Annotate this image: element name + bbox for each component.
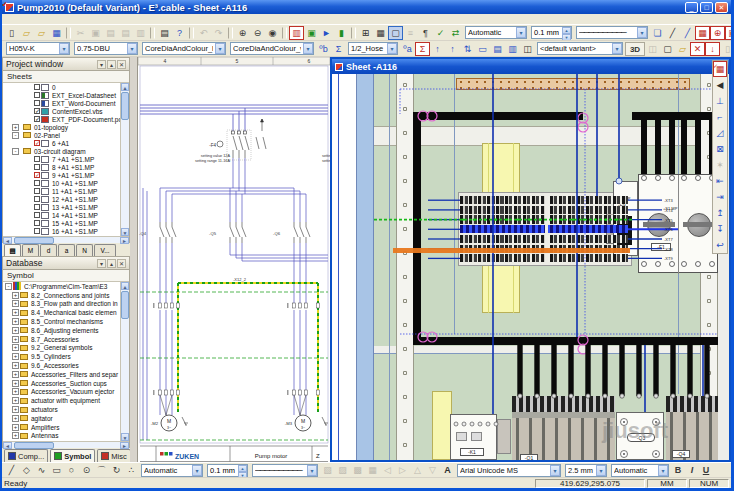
move-up2-icon[interactable]: ↑ bbox=[445, 42, 460, 56]
tree-item[interactable]: - 02-Panel bbox=[3, 131, 120, 139]
save-icon[interactable]: ▦ bbox=[49, 26, 64, 40]
return-icon[interactable]: ↩ bbox=[713, 237, 727, 253]
check-icon[interactable]: ✓ bbox=[433, 26, 448, 40]
scroll-up-icon[interactable]: ▲ bbox=[121, 83, 129, 91]
line-width-stepper[interactable]: 0.1 mm ▲▼ bbox=[531, 26, 572, 39]
scroll-down-icon[interactable]: ▼ bbox=[121, 228, 129, 236]
tree-item[interactable]: + 8.2_Connections and joints bbox=[3, 291, 120, 300]
graphic-line-select[interactable]: ──────────▾ bbox=[252, 464, 318, 477]
flip-left-icon[interactable]: ◁ bbox=[380, 463, 395, 477]
tree-item[interactable]: + Automatic return and non-aut bbox=[3, 440, 120, 441]
tree-item[interactable]: + 01-topology bbox=[3, 123, 120, 131]
sheet-properties-icon[interactable]: ▦ bbox=[373, 26, 388, 40]
core-vert-select[interactable]: CoreDiaAndColour_vert▾ bbox=[230, 42, 314, 55]
move-up-icon[interactable]: ↑ bbox=[430, 42, 445, 56]
checkbox[interactable] bbox=[34, 204, 40, 210]
sheet-window-a116[interactable]: Sheet -A116 bbox=[330, 57, 731, 462]
undo-icon[interactable]: ↶ bbox=[196, 26, 211, 40]
tree-item[interactable]: ContentExcel.vbs bbox=[3, 107, 120, 115]
spin-up-icon[interactable]: ▲ bbox=[562, 27, 571, 34]
find-icon[interactable]: ◉ bbox=[265, 26, 280, 40]
expander-icon[interactable]: + bbox=[12, 344, 19, 351]
chevron-down-icon[interactable]: ▾ bbox=[59, 43, 69, 54]
tree-item[interactable]: + Amplifiers bbox=[3, 423, 120, 432]
tree-item[interactable]: + actuator with equipment bbox=[3, 396, 120, 405]
rotate-tool-icon[interactable]: ↻ bbox=[109, 463, 124, 477]
polygon-tool-icon[interactable]: ◇ bbox=[19, 463, 34, 477]
scroll-thumb[interactable] bbox=[14, 237, 54, 244]
open-icon[interactable]: ▱ bbox=[19, 26, 34, 40]
area-icon[interactable]: ⊠ bbox=[713, 141, 727, 157]
new-icon[interactable]: ▯ bbox=[4, 26, 19, 40]
dots-tool-icon[interactable]: ∴ bbox=[124, 463, 139, 477]
flip-down-icon[interactable]: ▽ bbox=[425, 463, 440, 477]
table2-icon[interactable]: ◫ bbox=[520, 42, 535, 56]
terminal-row[interactable] bbox=[460, 254, 628, 262]
device-tab[interactable]: d bbox=[40, 244, 57, 256]
expander-icon[interactable]: + bbox=[12, 432, 19, 439]
collapse-icon[interactable]: ▴ bbox=[107, 60, 116, 69]
scroll-left-icon[interactable]: ◄ bbox=[3, 237, 12, 244]
chevron-down-icon[interactable]: ▾ bbox=[303, 43, 313, 54]
motor-starter-group[interactable]: +S1.MP -F1 bbox=[638, 174, 718, 273]
corner-icon[interactable]: ⌐ bbox=[713, 109, 727, 125]
expander-icon[interactable]: + bbox=[12, 318, 19, 325]
checkbox[interactable] bbox=[34, 140, 40, 146]
expander-icon[interactable]: + bbox=[12, 292, 19, 299]
expander-icon[interactable]: + bbox=[12, 371, 19, 378]
chevron-down-icon[interactable]: ▾ bbox=[612, 43, 622, 54]
sheet-titlebar[interactable]: Sheet -A116 bbox=[332, 59, 729, 74]
tree-item[interactable]: 7 +A1 +S1.MP bbox=[3, 155, 120, 163]
chevron-down-icon[interactable]: ▾ bbox=[127, 43, 137, 54]
expander-icon[interactable] bbox=[26, 92, 33, 99]
checkbox[interactable] bbox=[34, 116, 40, 122]
tree-item[interactable]: + Accessories_Suction cups bbox=[3, 379, 120, 388]
tree-item[interactable]: + Accessories_Filters and separ bbox=[3, 370, 120, 379]
italic-button[interactable]: I bbox=[685, 463, 699, 477]
project-window-titlebar[interactable]: Project window ▾ ▴ ✕ bbox=[3, 58, 129, 71]
tree-item[interactable]: 9 +A1 +S1.MP bbox=[3, 171, 120, 179]
paste-icon[interactable]: ▤ bbox=[103, 26, 118, 40]
expander-icon[interactable] bbox=[26, 188, 33, 195]
down-icon[interactable]: ↓ bbox=[705, 42, 720, 56]
expander-icon[interactable]: + bbox=[12, 406, 19, 413]
scroll-right-icon[interactable]: ► bbox=[120, 237, 129, 244]
signal-tab[interactable]: a bbox=[58, 244, 75, 256]
colour-legend-icon[interactable]: ▦ bbox=[713, 61, 727, 77]
expander-icon[interactable] bbox=[26, 140, 33, 147]
dim-left-icon[interactable]: ⇤ bbox=[713, 173, 727, 189]
font-select[interactable]: Arial Unicode MS▾ bbox=[457, 464, 561, 477]
select-mode-icon[interactable]: ▢ bbox=[388, 26, 403, 40]
expander-icon[interactable] bbox=[26, 84, 33, 91]
hatch1-icon[interactable]: ▧ bbox=[320, 463, 335, 477]
duct-horizontal[interactable] bbox=[374, 346, 718, 354]
align-icon[interactable]: ⊥ bbox=[713, 93, 727, 109]
line-tool-icon[interactable]: ╱ bbox=[4, 463, 19, 477]
hatch2-icon[interactable]: ▨ bbox=[335, 463, 350, 477]
expander-icon[interactable] bbox=[26, 220, 33, 227]
line-icon[interactable]: ╱ bbox=[665, 26, 680, 40]
expander-icon[interactable] bbox=[26, 164, 33, 171]
cable-duct-bar[interactable] bbox=[413, 120, 421, 337]
sep[interactable] bbox=[150, 27, 155, 39]
tree-item[interactable]: 11 +A1 +S1.MP bbox=[3, 187, 120, 195]
duct-vertical[interactable] bbox=[396, 74, 414, 460]
panel2-icon[interactable]: ▥ bbox=[505, 42, 520, 56]
checkbox[interactable] bbox=[34, 172, 40, 178]
tree-item[interactable]: 12 +A1 +S1.MP bbox=[3, 195, 120, 203]
tree-item[interactable]: + 8.4_Mechanical basic elemen bbox=[3, 308, 120, 317]
cable-duct-bar[interactable] bbox=[413, 337, 718, 345]
copy-icon[interactable]: ▣ bbox=[88, 26, 103, 40]
expander-icon[interactable] bbox=[26, 108, 33, 115]
hose-select[interactable]: 1/2_Hose▾ bbox=[348, 42, 398, 55]
mode-select[interactable]: Automatic▾ bbox=[465, 26, 527, 39]
text-icon[interactable]: A bbox=[440, 463, 455, 477]
expander-icon[interactable] bbox=[26, 180, 33, 187]
curve-tool-icon[interactable]: ∿ bbox=[34, 463, 49, 477]
sheets-tab[interactable]: ▤ bbox=[4, 244, 21, 256]
device-k1[interactable]: -K1 bbox=[450, 414, 497, 460]
checkbox[interactable] bbox=[34, 212, 40, 218]
checkbox[interactable] bbox=[34, 164, 40, 170]
chevron-down-icon[interactable]: ▾ bbox=[550, 465, 560, 476]
vertical-scrollbar[interactable]: ▲ ▼ bbox=[120, 83, 129, 236]
